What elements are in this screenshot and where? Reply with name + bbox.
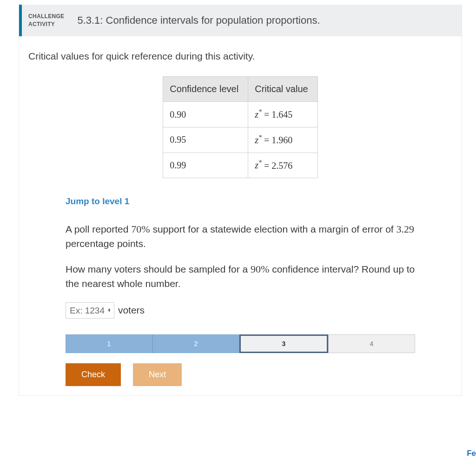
feedback-link[interactable]: Fe bbox=[467, 448, 476, 460]
z-value: 1.645 bbox=[271, 109, 292, 120]
progress-strip: 1 2 3 4 bbox=[66, 334, 415, 353]
z-value: 1.960 bbox=[271, 135, 292, 145]
progress-step-2[interactable]: 2 bbox=[152, 334, 239, 353]
crit-cell: z* = 2.576 bbox=[248, 153, 317, 178]
check-button[interactable]: Check bbox=[66, 363, 121, 386]
q-text: How many voters should be sampled for a bbox=[66, 264, 251, 274]
answer-placeholder: Ex: 1234 bbox=[70, 304, 105, 317]
crit-cell: z* = 1.960 bbox=[248, 127, 317, 153]
q-text: percentage points. bbox=[66, 238, 146, 249]
progress-step-3[interactable]: 3 bbox=[239, 334, 328, 353]
q-text: support for a statewide election with a … bbox=[150, 224, 397, 234]
challenge-badge-line1: CHALLENGE bbox=[28, 13, 64, 20]
crit-cell: z* = 1.645 bbox=[248, 102, 317, 127]
critical-values-table: Confidence level Critical value 0.90 z* … bbox=[163, 76, 317, 178]
answer-row: Ex: 1234 ▲▼ voters bbox=[66, 302, 415, 319]
q-percent: 70% bbox=[131, 223, 150, 235]
question-body: Jump to level 1 A poll reported 70% supp… bbox=[19, 191, 462, 395]
answer-unit: voters bbox=[118, 303, 145, 317]
q-text: A poll reported bbox=[66, 224, 131, 234]
q-moe: 3.29 bbox=[397, 223, 415, 235]
stepper-icon[interactable]: ▲▼ bbox=[107, 308, 111, 312]
activity-title: 5.3.1: Confidence intervals for populati… bbox=[73, 5, 324, 36]
button-row: Check Next bbox=[66, 363, 415, 386]
challenge-badge: CHALLENGE ACTIVITY bbox=[22, 7, 73, 34]
activity-container: CHALLENGE ACTIVITY 5.3.1: Confidence int… bbox=[19, 5, 462, 396]
table-row: 0.90 z* = 1.645 bbox=[163, 102, 317, 127]
q-conf: 90% bbox=[251, 263, 269, 275]
intro-text: Critical values for quick reference duri… bbox=[19, 36, 462, 69]
progress-step-4[interactable]: 4 bbox=[328, 334, 415, 353]
table-head-critical: Critical value bbox=[248, 77, 317, 102]
table-row: 0.95 z* = 1.960 bbox=[163, 127, 317, 153]
activity-header: CHALLENGE ACTIVITY 5.3.1: Confidence int… bbox=[19, 5, 462, 36]
jump-level-link[interactable]: Jump to level 1 bbox=[66, 195, 129, 208]
z-value: 2.576 bbox=[271, 160, 292, 170]
conf-cell: 0.99 bbox=[163, 153, 248, 178]
question-text: A poll reported 70% support for a statew… bbox=[66, 222, 415, 291]
next-button[interactable]: Next bbox=[133, 363, 182, 386]
progress-step-1[interactable]: 1 bbox=[66, 334, 152, 353]
answer-input[interactable]: Ex: 1234 ▲▼ bbox=[66, 302, 114, 319]
table-head-confidence: Confidence level bbox=[163, 77, 248, 102]
table-row: 0.99 z* = 2.576 bbox=[163, 153, 317, 178]
conf-cell: 0.90 bbox=[163, 102, 248, 127]
challenge-badge-line2: ACTIVITY bbox=[28, 20, 64, 28]
conf-cell: 0.95 bbox=[163, 127, 248, 153]
